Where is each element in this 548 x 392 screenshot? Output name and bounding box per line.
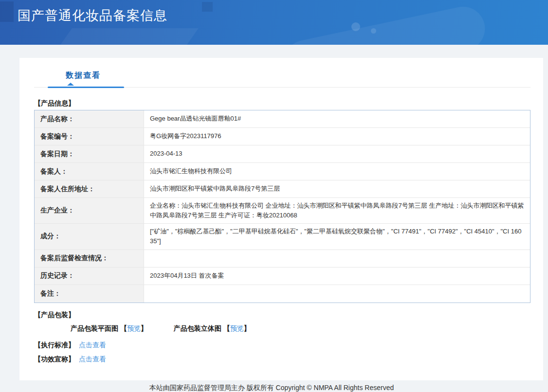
table-row-history: 历史记录： 2023年04月13日 首次备案	[35, 267, 530, 285]
banner-decoration-circle	[371, 28, 376, 34]
row-label: 生产企业：	[35, 198, 144, 223]
row-value: 2023-04-13	[144, 146, 530, 161]
row-label: 历史记录：	[35, 267, 144, 285]
packaging-section-title: 【产品包装】	[34, 311, 530, 320]
packaging-stereo-label: 产品包装立体图	[174, 324, 221, 332]
banner-decoration-square	[0, 1, 14, 22]
page-banner: 国产普通化妆品备案信息	[0, 0, 548, 45]
product-info-section-title: 【产品信息】	[34, 99, 530, 108]
banner-decoration-blob	[280, 2, 489, 45]
standards-section-title: 【执行标准】	[34, 341, 75, 349]
row-value: 粤G妆网备字2023117976	[144, 128, 530, 144]
table-row-filing-number: 备案编号： 粤G妆网备字2023117976	[35, 128, 530, 145]
table-row-filer: 备案人： 汕头市铭汇生物科技有限公司	[35, 163, 530, 180]
efficacy-section: 【功效宣称】点击查看	[34, 355, 530, 364]
row-value	[144, 255, 530, 261]
packaging-stereo-preview-link[interactable]: 预览	[230, 324, 244, 332]
banner-decoration-circle	[351, 22, 360, 31]
row-label: 备案人：	[35, 163, 144, 180]
standards-view-link[interactable]: 点击查看	[79, 341, 106, 349]
row-value: 2023年04月13日 首次备案	[144, 268, 530, 284]
row-label: 备案后监督检查情况：	[35, 250, 144, 267]
table-row-remarks: 备注：	[35, 285, 530, 303]
product-info-table: 产品名称： Gege bear晶透钻光镜面唇釉01# 备案编号： 粤G妆网备字2…	[34, 110, 530, 303]
page-body: 数据查看 【产品信息】 产品名称： Gege bear晶透钻光镜面唇釉01# 备…	[0, 45, 548, 392]
footer-copyright-text: 本站由国家药品监督管理局主办 版权所有 Copyright © NMPA All…	[149, 384, 394, 392]
table-row-manufacturer: 生产企业： 企业名称：汕头市铭汇生物科技有限公司 企业地址：汕头市潮阳区和平镇紫…	[35, 198, 530, 224]
table-row-filer-address: 备案人住所地址： 汕头市潮阳区和平镇紫中路凤皋路段7号第三层	[35, 180, 530, 198]
packaging-links-row: 产品包装平面图 【预览】 产品包装立体图 【预览】	[71, 324, 530, 333]
active-tab-arrow-icon	[67, 83, 74, 86]
bracket-close: 】	[244, 324, 251, 332]
packaging-flat-label: 产品包装平面图	[71, 324, 118, 332]
banner-decoration-blob	[45, 28, 199, 45]
table-row-filing-date: 备案日期： 2023-04-13	[35, 145, 530, 163]
efficacy-section-title: 【功效宣称】	[34, 355, 75, 363]
table-row-ingredients: 成分： ["矿油"，"棕榈酸乙基己酯"，"二甲基甲硅烷基化硅石"，"聚二甲基硅氧…	[35, 224, 530, 249]
row-label: 产品名称：	[35, 110, 144, 127]
row-value: 汕头市潮阳区和平镇紫中路凤皋路段7号第三层	[144, 181, 530, 196]
packaging-flat-preview-link[interactable]: 预览	[127, 324, 141, 332]
tab-bar: 数据查看	[34, 71, 530, 88]
row-label: 成分：	[35, 224, 144, 249]
row-label: 备注：	[35, 285, 144, 303]
table-row-product-name: 产品名称： Gege bear晶透钻光镜面唇釉01#	[35, 110, 530, 128]
packaging-stereo-item: 产品包装立体图 【预览】	[174, 324, 251, 333]
banner-decoration-square	[202, 2, 213, 12]
row-value: 企业名称：汕头市铭汇生物科技有限公司 企业地址：汕头市潮阳区和平镇紫中路凤皋路段…	[144, 198, 530, 223]
bracket-open: 【	[120, 324, 127, 332]
row-label: 备案日期：	[35, 145, 144, 162]
packaging-flat-item: 产品包装平面图 【预览】	[71, 324, 147, 333]
tab-data-view[interactable]: 数据查看	[66, 71, 101, 81]
content-card: 数据查看 【产品信息】 产品名称： Gege bear晶透钻光镜面唇釉01# 备…	[19, 58, 543, 380]
active-tab-underline	[48, 87, 124, 88]
row-label: 备案编号：	[35, 128, 144, 145]
standards-section: 【执行标准】点击查看	[34, 341, 530, 350]
bracket-open: 【	[223, 324, 230, 332]
row-value: 汕头市铭汇生物科技有限公司	[144, 163, 530, 179]
efficacy-view-link[interactable]: 点击查看	[79, 355, 106, 363]
row-label: 备案人住所地址：	[35, 180, 144, 197]
row-value	[144, 291, 530, 297]
row-value: ["矿油"，"棕榈酸乙基己酯"，"二甲基甲硅烷基化硅石"，"聚二甲基硅氧烷交联聚…	[144, 224, 530, 249]
bracket-close: 】	[141, 324, 147, 332]
row-value: Gege bear晶透钻光镜面唇釉01#	[144, 111, 530, 126]
table-row-supervision: 备案后监督检查情况：	[35, 250, 530, 267]
page-title: 国产普通化妆品备案信息	[18, 7, 167, 24]
page-footer: 本站由国家药品监督管理局主办 版权所有 Copyright © NMPA All…	[0, 380, 543, 392]
